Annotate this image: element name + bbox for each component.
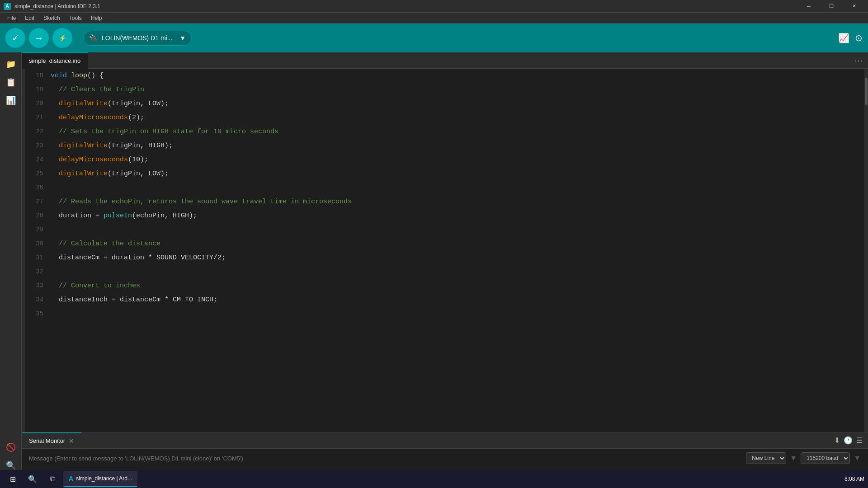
menu-tools[interactable]: Tools	[66, 14, 85, 22]
sidebar-debug-button[interactable]: 🚫	[3, 439, 19, 455]
code-line-28: 28 duration = pulseIn(echoPin, HIGH);	[25, 209, 864, 223]
line-num-34: 34	[25, 293, 51, 307]
right-scrollbar[interactable]	[864, 69, 868, 432]
panel-layout-button[interactable]: ☰	[856, 436, 863, 445]
line-content-25: digitalWrite(trigPin, LOW);	[51, 167, 864, 181]
code-line-26: 26	[25, 181, 864, 195]
start-button[interactable]: ⊞	[4, 471, 22, 487]
taskbar-time: 8:08 AM	[844, 476, 864, 482]
line-content-28: duration = pulseIn(echoPin, HIGH);	[51, 209, 864, 223]
line-num-27: 27	[25, 195, 51, 209]
sidebar-files-button[interactable]: 📁	[3, 56, 19, 72]
serial-message-input[interactable]	[29, 455, 746, 462]
sidebar: 📁 📋 📊 🚫 🔍	[0, 52, 22, 477]
code-line-19: 19 // Clears the trigPin	[25, 83, 864, 97]
line-content-20: digitalWrite(trigPin, LOW);	[51, 97, 864, 111]
window-controls: ─ ❐ ✕	[798, 0, 864, 13]
line-content-30: // Calculate the distance	[51, 237, 864, 251]
sidebar-library-button[interactable]: 📊	[3, 92, 19, 108]
plotter-icon[interactable]: 📈	[838, 33, 849, 43]
panel-clock-button[interactable]: 🕐	[844, 436, 853, 445]
line-num-20: 20	[25, 97, 51, 111]
line-num-19: 19	[25, 83, 51, 97]
serial-controls: New Line ▼ 115200 baud ▼	[746, 452, 861, 464]
scroll-thumb[interactable]	[865, 78, 868, 105]
board-dropdown-arrow: ▼	[179, 34, 186, 42]
code-line-32: 32	[25, 265, 864, 279]
line-content-34: distanceInch = distanceCm * CM_TO_INCH;	[51, 293, 864, 307]
arduino-taskbar-app[interactable]: A simple_distance | Ard...	[63, 471, 137, 487]
line-num-29: 29	[25, 223, 51, 237]
menu-help[interactable]: Help	[87, 14, 106, 22]
board-name: LOLIN(WEMOS) D1 mi...	[102, 34, 172, 42]
line-content-22: // Sets the trigPin on HIGH state for 10…	[51, 125, 864, 139]
board-selector[interactable]: 🔌 LOLIN(WEMOS) D1 mi... ▼	[83, 31, 192, 46]
task-view-button[interactable]: ⧉	[43, 471, 61, 487]
tab-bar: simple_distance.ino ⋯	[22, 52, 868, 69]
code-line-30: 30 // Calculate the distance	[25, 237, 864, 251]
upload-button[interactable]: →	[29, 28, 49, 48]
code-line-23: 23 digitalWrite(trigPin, HIGH);	[25, 139, 864, 153]
left-scrollbar	[22, 69, 25, 432]
search-button[interactable]: 🔍	[24, 471, 42, 487]
code-editor[interactable]: 18 void loop() { 19 // Clears the trigPi…	[22, 69, 868, 432]
verify-button[interactable]: ✓	[5, 28, 25, 48]
sidebar-boards-button[interactable]: 📋	[3, 74, 19, 90]
toolbar: ✓ → ⚡ 🔌 LOLIN(WEMOS) D1 mi... ▼ 📈 ⊙	[0, 23, 868, 52]
line-content-24: delayMicroseconds(10);	[51, 153, 864, 167]
serial-monitor-tab-label: Serial Monitor	[29, 437, 65, 444]
line-content-31: distanceCm = duration * SOUND_VELOCITY/2…	[51, 251, 864, 265]
panel-scroll-bottom-button[interactable]: ⬇	[834, 436, 840, 445]
minimize-button[interactable]: ─	[798, 0, 819, 13]
main-layout: 📁 📋 📊 🚫 🔍 simple_distance.ino ⋯ 18 void …	[0, 52, 868, 477]
close-button[interactable]: ✕	[844, 0, 864, 13]
line-content-19: // Clears the trigPin	[51, 83, 864, 97]
code-line-33: 33 // Convert to inches	[25, 279, 864, 293]
line-content-33: // Convert to inches	[51, 279, 864, 293]
line-num-21: 21	[25, 111, 51, 125]
line-num-30: 30	[25, 237, 51, 251]
baud-rate-select[interactable]: 115200 baud	[801, 452, 850, 464]
code-line-34: 34 distanceInch = distanceCm * CM_TO_INC…	[25, 293, 864, 307]
taskbar: ⊞ 🔍 ⧉ A simple_distance | Ard... 8:08 AM	[0, 470, 868, 488]
code-line-25: 25 digitalWrite(trigPin, LOW);	[25, 167, 864, 181]
serial-monitor-close[interactable]: ✕	[69, 437, 74, 445]
serial-monitor-tab[interactable]: Serial Monitor ✕	[22, 432, 81, 449]
taskbar-app-icon: A	[69, 475, 73, 482]
title-bar: A simple_distance | Arduino IDE 2.3.1 ─ …	[0, 0, 868, 13]
line-num-23: 23	[25, 139, 51, 153]
debug-button[interactable]: ⚡	[52, 28, 72, 48]
code-content[interactable]: 18 void loop() { 19 // Clears the trigPi…	[25, 69, 864, 432]
usb-icon: 🔌	[89, 34, 98, 42]
line-num-18: 18	[25, 69, 51, 83]
window-title: simple_distance | Arduino IDE 2.3.1	[14, 3, 100, 9]
line-num-32: 32	[25, 265, 51, 279]
line-ending-select[interactable]: New Line	[746, 452, 786, 464]
menu-edit[interactable]: Edit	[21, 14, 38, 22]
line-num-31: 31	[25, 251, 51, 265]
code-line-24: 24 delayMicroseconds(10);	[25, 153, 864, 167]
line-num-25: 25	[25, 167, 51, 181]
code-line-31: 31 distanceCm = duration * SOUND_VELOCIT…	[25, 251, 864, 265]
line-num-26: 26	[25, 181, 51, 195]
line-content-21: delayMicroseconds(2);	[51, 111, 864, 125]
code-line-27: 27 // Reads the echoPin, returns the sou…	[25, 195, 864, 209]
code-line-20: 20 digitalWrite(trigPin, LOW);	[25, 97, 864, 111]
menu-file[interactable]: File	[4, 14, 19, 22]
taskbar-right: 8:08 AM	[844, 476, 864, 482]
line-num-33: 33	[25, 279, 51, 293]
line-num-24: 24	[25, 153, 51, 167]
editor-area: simple_distance.ino ⋯ 18 void loop() { 1…	[22, 52, 868, 477]
panel-right-buttons: ⬇ 🕐 ☰	[834, 436, 868, 445]
line-num-22: 22	[25, 125, 51, 139]
code-line-21: 21 delayMicroseconds(2);	[25, 111, 864, 125]
code-line-22: 22 // Sets the trigPin on HIGH state for…	[25, 125, 864, 139]
tab-more-button[interactable]: ⋯	[849, 56, 868, 66]
line-num-28: 28	[25, 209, 51, 223]
line-content-27: // Reads the echoPin, returns the sound …	[51, 195, 864, 209]
restore-button[interactable]: ❐	[821, 0, 842, 13]
panel-tabs: Serial Monitor ✕ ⬇ 🕐 ☰	[22, 432, 868, 449]
monitor-icon[interactable]: ⊙	[855, 33, 863, 43]
editor-tab[interactable]: simple_distance.ino	[22, 52, 88, 69]
menu-sketch[interactable]: Sketch	[40, 14, 64, 22]
